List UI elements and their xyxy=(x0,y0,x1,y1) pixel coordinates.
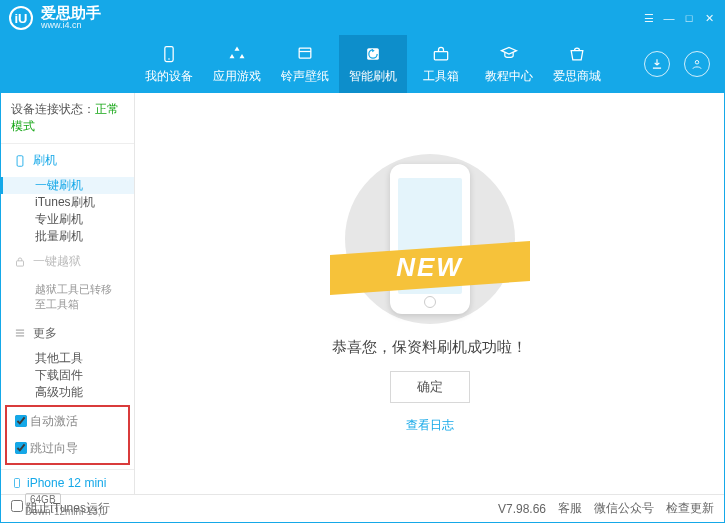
user-icon[interactable] xyxy=(684,51,710,77)
success-illustration: NEW xyxy=(320,154,540,324)
device-status: 设备连接状态：正常模式 xyxy=(1,93,134,144)
nav-tutorial[interactable]: 教程中心 xyxy=(475,35,543,93)
success-message: 恭喜您，保资料刷机成功啦！ xyxy=(332,338,527,357)
close-button[interactable]: ✕ xyxy=(702,12,716,25)
support-link[interactable]: 客服 xyxy=(558,500,582,517)
check-update-link[interactable]: 检查更新 xyxy=(666,500,714,517)
sidebar-item-advanced[interactable]: 高级功能 xyxy=(1,384,134,401)
device-name: iPhone 12 mini xyxy=(27,476,106,490)
group-more[interactable]: 更多 xyxy=(1,317,134,350)
nav-my-device[interactable]: 我的设备 xyxy=(135,35,203,93)
svg-point-7 xyxy=(695,61,699,65)
sidebar-item-itunes-flash[interactable]: iTunes刷机 xyxy=(1,194,134,211)
skip-guide-checkbox[interactable]: 跳过向导 xyxy=(15,440,78,457)
nav-apps[interactable]: 应用游戏 xyxy=(203,35,271,93)
svg-point-3 xyxy=(168,58,170,60)
sidebar-item-other-tools[interactable]: 其他工具 xyxy=(1,350,134,367)
main-content: NEW 恭喜您，保资料刷机成功啦！ 确定 查看日志 xyxy=(135,93,724,494)
svg-text:iU: iU xyxy=(15,11,28,26)
options-row: 自动激活 跳过向导 xyxy=(5,405,130,465)
sidebar-item-batch-flash[interactable]: 批量刷机 xyxy=(1,228,134,245)
nav-flash[interactable]: 智能刷机 xyxy=(339,35,407,93)
app-logo: iU 爱思助手 www.i4.cn xyxy=(9,5,101,31)
nav-store[interactable]: 爱思商城 xyxy=(543,35,611,93)
ok-button[interactable]: 确定 xyxy=(390,371,470,403)
titlebar: iU 爱思助手 www.i4.cn ☰ — □ ✕ xyxy=(1,1,724,35)
download-icon[interactable] xyxy=(644,51,670,77)
phone-icon xyxy=(13,154,27,168)
nav-label: 智能刷机 xyxy=(349,68,397,85)
svg-rect-10 xyxy=(15,478,20,487)
block-itunes-checkbox[interactable]: 阻止iTunes运行 xyxy=(11,500,110,517)
nav-ringtones[interactable]: 铃声壁纸 xyxy=(271,35,339,93)
nav-label: 教程中心 xyxy=(485,68,533,85)
minimize-button[interactable]: — xyxy=(662,12,676,24)
svg-rect-9 xyxy=(17,260,24,265)
skin-button[interactable]: ☰ xyxy=(642,12,656,25)
nav-label: 爱思商城 xyxy=(553,68,601,85)
list-icon xyxy=(13,326,27,340)
nav-label: 应用游戏 xyxy=(213,68,261,85)
nav-toolbox[interactable]: 工具箱 xyxy=(407,35,475,93)
nav-label: 工具箱 xyxy=(423,68,459,85)
new-ribbon: NEW xyxy=(396,252,463,283)
sidebar-item-download-firmware[interactable]: 下载固件 xyxy=(1,367,134,384)
view-log-link[interactable]: 查看日志 xyxy=(406,417,454,434)
top-nav: 我的设备 应用游戏 铃声壁纸 智能刷机 工具箱 教程中心 爱思商城 xyxy=(1,35,724,93)
sidebar: 设备连接状态：正常模式 刷机 一键刷机 iTunes刷机 专业刷机 批量刷机 一… xyxy=(1,93,135,494)
group-flash[interactable]: 刷机 xyxy=(1,144,134,177)
lock-icon xyxy=(13,255,27,269)
app-name: 爱思助手 xyxy=(41,5,101,22)
phone-icon xyxy=(11,476,23,490)
sidebar-item-oneclick-flash[interactable]: 一键刷机 xyxy=(1,177,134,194)
nav-label: 铃声壁纸 xyxy=(281,68,329,85)
maximize-button[interactable]: □ xyxy=(682,12,696,24)
svg-rect-8 xyxy=(17,155,23,166)
group-jailbreak: 一键越狱 xyxy=(1,245,134,278)
svg-rect-4 xyxy=(299,48,311,58)
app-url: www.i4.cn xyxy=(41,21,101,31)
window-controls: ☰ — □ ✕ xyxy=(642,12,716,25)
version-label: V7.98.66 xyxy=(498,502,546,516)
auto-activate-checkbox[interactable]: 自动激活 xyxy=(15,413,78,430)
wechat-link[interactable]: 微信公众号 xyxy=(594,500,654,517)
status-label: 设备连接状态： xyxy=(11,102,95,116)
nav-label: 我的设备 xyxy=(145,68,193,85)
svg-rect-6 xyxy=(434,51,447,59)
jailbreak-note: 越狱工具已转移至工具箱 xyxy=(1,278,134,317)
sidebar-item-pro-flash[interactable]: 专业刷机 xyxy=(1,211,134,228)
